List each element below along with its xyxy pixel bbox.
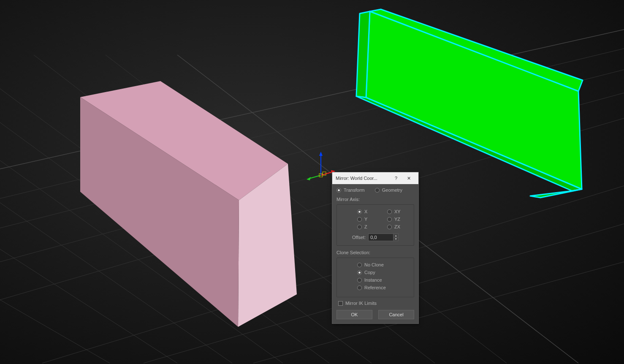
dialog-titlebar[interactable]: Mirror: World Coor... ? ✕ <box>332 172 418 184</box>
radio-axis-y[interactable]: Y <box>357 217 380 222</box>
radio-label: No Clone <box>364 262 384 267</box>
radio-icon <box>336 188 341 193</box>
help-button[interactable]: ? <box>390 172 402 184</box>
offset-spinner[interactable]: 0,0 ▲ ▼ <box>368 234 399 241</box>
offset-value: 0,0 <box>369 235 393 240</box>
cancel-button[interactable]: Cancel <box>378 310 414 319</box>
radio-icon <box>357 270 362 275</box>
radio-reference[interactable]: Reference <box>357 285 410 290</box>
radio-icon <box>357 209 362 214</box>
radio-icon <box>387 225 392 229</box>
dialog-title: Mirror: World Coor... <box>336 176 390 181</box>
close-button[interactable]: ✕ <box>402 172 415 184</box>
ok-button[interactable]: OK <box>336 310 372 319</box>
clone-selection-group: No Clone Copy Instance Reference <box>336 258 414 297</box>
radio-label: XY <box>394 209 401 214</box>
dialog-body: Transform Geometry Mirror Axis: X XY <box>332 184 418 323</box>
radio-label: X <box>364 209 367 214</box>
radio-copy[interactable]: Copy <box>357 270 410 275</box>
radio-icon <box>387 217 392 222</box>
radio-label: Transform <box>344 187 365 193</box>
radio-label: Z <box>364 224 367 229</box>
spinner-down-icon[interactable]: ▼ <box>393 238 398 241</box>
radio-icon <box>357 285 362 290</box>
clone-selection-label: Clone Selection: <box>336 250 414 255</box>
radio-label: ZX <box>394 224 400 229</box>
radio-no-clone[interactable]: No Clone <box>357 262 410 267</box>
radio-axis-yz[interactable]: YZ <box>387 217 410 222</box>
box-object-green-selected <box>0 0 624 364</box>
radio-axis-z[interactable]: Z <box>357 224 380 229</box>
radio-instance[interactable]: Instance <box>357 277 410 283</box>
svg-marker-24 <box>530 189 582 198</box>
svg-marker-21 <box>366 11 582 189</box>
radio-icon <box>375 188 380 193</box>
radio-axis-x[interactable]: X <box>357 209 380 214</box>
radio-transform[interactable]: Transform <box>336 187 365 193</box>
button-label: OK <box>351 312 358 317</box>
radio-label: Y <box>364 217 367 222</box>
mirror-axis-label: Mirror Axis: <box>336 197 414 202</box>
radio-icon <box>387 209 392 214</box>
spinner-up-icon[interactable]: ▲ <box>393 234 398 238</box>
mirror-axis-group: X XY Y YZ Z <box>336 204 414 246</box>
viewport-3d[interactable] <box>0 0 624 364</box>
mirror-dialog: Mirror: World Coor... ? ✕ Transform Geom… <box>332 172 419 324</box>
button-label: Cancel <box>389 312 403 317</box>
offset-label: Offset: <box>352 235 366 240</box>
radio-geometry[interactable]: Geometry <box>375 187 402 193</box>
radio-icon <box>357 217 362 222</box>
radio-axis-xy[interactable]: XY <box>387 209 410 214</box>
radio-label: Reference <box>364 285 386 290</box>
checkbox-label: Mirror IK Limits <box>345 301 377 306</box>
radio-label: Instance <box>364 277 382 283</box>
radio-icon <box>357 263 362 267</box>
radio-icon <box>357 225 362 229</box>
checkbox-icon <box>338 301 343 306</box>
radio-axis-zx[interactable]: ZX <box>387 224 410 229</box>
mirror-ik-limits-checkbox[interactable]: Mirror IK Limits <box>338 301 414 306</box>
radio-label: YZ <box>394 217 400 222</box>
radio-icon <box>357 278 362 283</box>
radio-label: Copy <box>364 270 375 275</box>
radio-label: Geometry <box>382 187 402 193</box>
